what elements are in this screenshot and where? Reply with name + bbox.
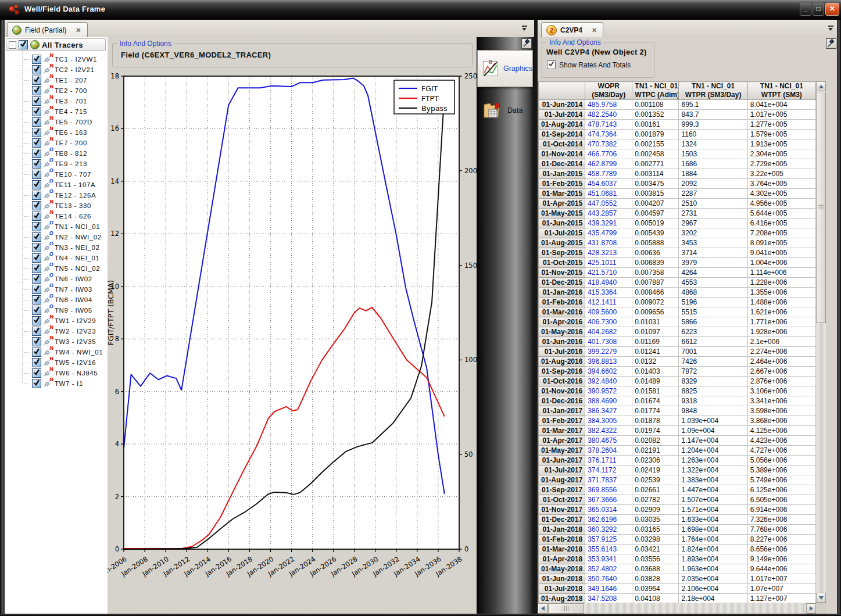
- tree-checkbox[interactable]: [32, 149, 41, 158]
- tab-field-partial[interactable]: Field (Partial) ✕: [7, 22, 88, 38]
- column-header[interactable]: TN1 - NCI_01WTPR (SM3/Day): [679, 82, 747, 100]
- table-vscrollbar[interactable]: [816, 81, 826, 603]
- tree-item[interactable]: NTE4 - 715: [5, 106, 108, 117]
- close-button[interactable]: ✕: [825, 3, 839, 16]
- tree-item[interactable]: NTE5 - 702D: [5, 117, 108, 127]
- table-row[interactable]: 01-Nov-2015421.57100.00735842641.114e+00…: [539, 268, 816, 278]
- tree-checkbox[interactable]: [32, 274, 41, 284]
- table-row[interactable]: 01-Apr-2017380.46750.020821.147e+0044.42…: [539, 436, 816, 446]
- table-row[interactable]: 01-Aug-2014478.71430.00161999.31.277e+00…: [539, 120, 816, 130]
- table-row[interactable]: 01-Dec-2017362.61960.030351.633e+0047.32…: [539, 515, 816, 525]
- table-row[interactable]: 01-Jul-2017374.11720.024191.322e+0045.38…: [539, 465, 816, 475]
- column-header[interactable]: WOPR(SM3/Day): [585, 82, 632, 100]
- table-hscrollbar[interactable]: [538, 603, 816, 614]
- scroll-left-button[interactable]: [538, 603, 547, 614]
- table-row[interactable]: 01-Aug-2018347.52080.041082.18e+0041.127…: [539, 594, 816, 603]
- tree-checkbox[interactable]: [32, 107, 41, 116]
- tree-checkbox[interactable]: [32, 159, 41, 169]
- graphics-view-button[interactable]: Graphics: [477, 50, 533, 87]
- tree-checkbox[interactable]: [32, 138, 41, 148]
- table-row[interactable]: 01-Apr-2015447.05520.00420725104.956e+00…: [539, 199, 816, 209]
- tree-checkbox[interactable]: [32, 232, 41, 242]
- table-row[interactable]: 01-Jul-2016399.22790.0124170012.274e+006: [539, 347, 816, 357]
- tree-checkbox[interactable]: [32, 128, 41, 137]
- tree-item[interactable]: OTE10 - 707: [5, 169, 108, 180]
- tree-item[interactable]: OTE11 - 107A: [5, 180, 108, 190]
- scroll-up-button[interactable]: [816, 81, 826, 91]
- tree-checkbox[interactable]: [32, 379, 41, 388]
- tree-item[interactable]: NTW2 - I2V23: [5, 326, 108, 336]
- tree-item[interactable]: OTN9 - IW05: [5, 305, 108, 316]
- table-row[interactable]: 01-Oct-2016392.48400.0148983292.876e+006: [539, 377, 816, 386]
- table-row[interactable]: 01-Mar-2015451.06810.00381522874.302e+00…: [539, 189, 816, 199]
- tree-item[interactable]: OTN3 - NEI_02: [5, 242, 108, 253]
- table-row[interactable]: 01-Feb-2015454.60370.00347520923.764e+00…: [539, 179, 816, 189]
- table-row[interactable]: 01-Jun-2015439.32910.00501929676.416e+00…: [539, 219, 816, 228]
- tree-item[interactable]: OTN1 - NCI_01: [5, 221, 108, 232]
- show-rates-checkbox[interactable]: [547, 60, 556, 69]
- table-row[interactable]: 01-Jun-2017376.17110.023061.263e+0045.05…: [539, 456, 816, 465]
- table-row[interactable]: 01-Mar-2018355.61430.034211.824e+0048.65…: [539, 545, 816, 554]
- tree-checkbox[interactable]: [32, 86, 41, 95]
- tree-checkbox[interactable]: [32, 337, 41, 346]
- tree-checkbox[interactable]: [32, 191, 41, 200]
- table-row[interactable]: 01-Oct-2015425.10110.00683939791.004e+00…: [539, 258, 816, 268]
- table-row[interactable]: 01-Sep-2015428.32130.0063637149.041e+005: [539, 248, 816, 258]
- table-row[interactable]: 01-Nov-2014466.77060.00245815032.304e+00…: [539, 149, 816, 159]
- tree-item[interactable]: NTW4 - NWI_01: [5, 347, 108, 357]
- scroll-right-button[interactable]: [806, 603, 816, 614]
- tree-item[interactable]: OTN4 - NEI_01: [5, 253, 108, 263]
- tree-checkbox[interactable]: [32, 348, 41, 357]
- tab-overflow-icon[interactable]: [522, 26, 528, 31]
- table-row[interactable]: 01-Apr-2018353.93410.035561.893e+0049.14…: [539, 554, 816, 564]
- table-row[interactable]: 01-Feb-2018357.91250.032981.764e+0048.22…: [539, 535, 816, 545]
- tree-item[interactable]: NTW3 - I2V35: [5, 336, 108, 347]
- tree-item[interactable]: NTE1 - 207: [5, 75, 108, 85]
- tracer-line-chart[interactable]: 024681012141618050100150200250Jan-2006Ja…: [108, 37, 477, 595]
- tree-item[interactable]: OTN7 - IW03: [5, 284, 108, 295]
- table-row[interactable]: 01-Feb-2017384.30050.018781.039e+0043.86…: [539, 416, 816, 426]
- tree-item[interactable]: NTC2 - I2V21: [5, 65, 108, 75]
- table-row[interactable]: 01-Aug-2017371.78370.025391.383e+0045.74…: [539, 475, 816, 485]
- tree-item[interactable]: NTW6 - NJ945: [5, 368, 108, 378]
- tree-checkbox[interactable]: [32, 96, 41, 106]
- table-row[interactable]: 01-Dec-2016388.46900.0167493183.341e+006: [539, 396, 816, 406]
- table-row[interactable]: 01-May-2016404.26820.0109762231.928e+006: [539, 327, 816, 337]
- table-row[interactable]: 01-May-2018352.48020.036881.963e+0049.64…: [539, 564, 816, 574]
- tree-item[interactable]: NTE7 - 200: [5, 138, 108, 148]
- tree-checkbox[interactable]: [32, 264, 41, 273]
- tree-item[interactable]: OTE9 - 213: [5, 159, 108, 169]
- well-data-table[interactable]: WOPR(SM3/Day)TN1 - NCI_01WTPC (Adim)TN1 …: [538, 81, 816, 603]
- hscroll-thumb[interactable]: [548, 603, 584, 614]
- tree-checkbox[interactable]: [32, 243, 41, 252]
- table-row[interactable]: 01-Jan-2017386.34270.0177498483.598e+006: [539, 406, 816, 416]
- table-row[interactable]: 01-Nov-2016390.95720.0158188253.106e+006: [539, 386, 816, 396]
- maximize-button[interactable]: □: [813, 3, 824, 16]
- tree-checkbox[interactable]: [32, 117, 41, 127]
- tab-c2vp4[interactable]: 2 C2VP4 ✕: [541, 22, 603, 38]
- tree-checkbox[interactable]: [32, 368, 41, 378]
- tree-item[interactable]: NTW1 - I2V29: [5, 316, 108, 326]
- column-header[interactable]: TN1 - NCI_01WTPC (Adim): [632, 82, 679, 100]
- table-row[interactable]: 01-Feb-2016412.14110.00907251961.488e+00…: [539, 298, 816, 307]
- table-row[interactable]: 01-Mar-2017382.43220.019741.09e+0044.125…: [539, 426, 816, 436]
- vscroll-thumb[interactable]: [816, 92, 826, 323]
- tab-overflow-icon[interactable]: [828, 26, 834, 31]
- tree-checkbox[interactable]: [32, 55, 41, 64]
- tree-item[interactable]: OTN8 - IW04: [5, 295, 108, 305]
- tree-item[interactable]: NTE14 - 626: [5, 211, 108, 221]
- tree-item[interactable]: OTN6 - IW02: [5, 274, 108, 284]
- tree-checkbox[interactable]: [32, 170, 41, 179]
- tree-item[interactable]: OTE8 - 812: [5, 148, 108, 159]
- table-row[interactable]: 01-Aug-2016396.88130.013274262.464e+006: [539, 357, 816, 367]
- table-row[interactable]: 01-Jan-2015458.77890.00311418843.22e+005: [539, 169, 816, 179]
- table-row[interactable]: 01-Aug-2015431.87080.00588834538.091e+00…: [539, 238, 816, 248]
- tree-item[interactable]: NTE2 - 700: [5, 85, 108, 96]
- tree-item[interactable]: NTC1 - I2VW1: [5, 54, 108, 65]
- tab-close-icon[interactable]: ✕: [591, 27, 598, 34]
- tree-item[interactable]: NTW5 - I2V16: [5, 357, 108, 368]
- table-row[interactable]: 01-Oct-2017367.36660.027821.507e+0046.50…: [539, 495, 816, 505]
- table-row[interactable]: 01-Apr-2016406.73000.0103158661.771e+006: [539, 317, 816, 327]
- tree-item[interactable]: OTE12 - 126A: [5, 190, 108, 200]
- tree-item[interactable]: OTN5 - NCI_02: [5, 263, 108, 274]
